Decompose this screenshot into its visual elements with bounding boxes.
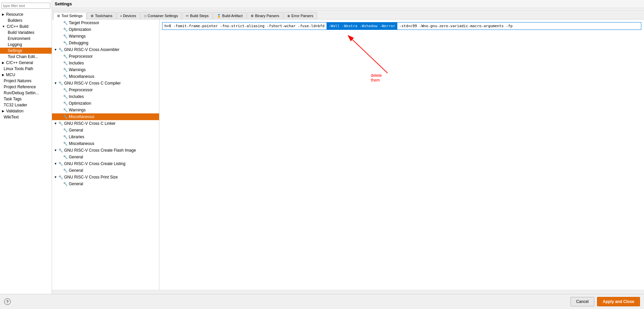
sidebar-item-logging[interactable]: Logging	[0, 42, 52, 48]
sidebar-item-resource[interactable]: ▶Resource	[0, 11, 52, 17]
sidebar-item-validation[interactable]: ▶Validation	[0, 108, 52, 114]
tree-item-gnu-c-compiler[interactable]: ▼🔧GNU RISC-V Cross C Compiler	[52, 80, 159, 87]
tree-item-miscellaneous-1[interactable]: 🔧Miscellaneous	[52, 73, 159, 80]
sidebar-item-task-tags[interactable]: Task Tags	[0, 96, 52, 102]
tree-item-general-3[interactable]: 🔧General	[52, 127, 159, 134]
tree-item-gnu-assembler[interactable]: ▼🔧GNU RISC-V Cross Assembler	[52, 46, 159, 53]
tree-item-optimization-2[interactable]: 🔧Optimization	[52, 100, 159, 107]
tree-item-gnu-c-linker[interactable]: ▼🔧GNU RISC-V Cross C Linker	[52, 120, 159, 127]
sidebar-item-cpp-general[interactable]: ▶C/C++ General	[0, 60, 52, 66]
tree-item-target-processor[interactable]: 🔧Target Processor	[52, 19, 159, 26]
sidebar-item-environment[interactable]: Environment	[0, 36, 52, 42]
tree-item-warnings-1[interactable]: 🔧Warnings	[52, 66, 159, 73]
bottom-bar: ? Cancel Apply and Close	[0, 294, 644, 309]
sidebar-item-wikitext[interactable]: WikiText	[0, 114, 52, 120]
horizontal-scrollbar[interactable]	[52, 290, 644, 294]
tree-item-gnu-print-size[interactable]: ▼🔧GNU RISC-V Cross Print Size	[52, 174, 159, 181]
help-button[interactable]: ?	[4, 298, 11, 305]
tree-item-includes-2[interactable]: 🔧Includes	[52, 93, 159, 100]
flags-before: h=0 -fomit-frame-pointer -fno-strict-ali…	[162, 22, 327, 30]
sidebar-item-tool-chain-edit[interactable]: Tool Chain Edit...	[0, 54, 52, 60]
tree-item-preprocessor-2[interactable]: 🔧Preprocessor	[52, 87, 159, 93]
sidebar-item-settings[interactable]: Settings	[0, 48, 52, 54]
tree-item-gnu-create-listing[interactable]: ▼🔧GNU RISC-V Cross Create Listing	[52, 160, 159, 167]
detail-panel: h=0 -fomit-frame-pointer -fno-strict-ali…	[159, 19, 644, 290]
tree-item-optimization[interactable]: 🔧Optimization	[52, 26, 159, 33]
sidebar-item-project-natures[interactable]: Project Natures	[0, 78, 52, 84]
tab-devices[interactable]: ▪Devices	[117, 12, 140, 19]
sidebar-item-tc32-loader[interactable]: TC32 Loader	[0, 102, 52, 108]
tab-toolchains[interactable]: ⚙Toolchains	[87, 12, 116, 19]
sidebar-item-builders[interactable]: Builders	[0, 17, 52, 23]
tab-build-artifact[interactable]: 🏅Build Artifact	[213, 12, 246, 19]
tree-item-debugging[interactable]: 🔧Debugging	[52, 40, 159, 46]
tree-item-general-6[interactable]: 🔧General	[52, 181, 159, 187]
tree-item-libraries-3[interactable]: 🔧Libraries	[52, 134, 159, 140]
tab-tool-settings[interactable]: ⚙Tool Settings	[53, 12, 86, 19]
tree-item-warnings-2[interactable]: 🔧Warnings	[52, 107, 159, 113]
apply-close-button[interactable]: Apply and Close	[597, 297, 640, 306]
tree-item-general-5[interactable]: 🔧General	[52, 167, 159, 174]
sidebar-filter-input[interactable]	[1, 3, 50, 9]
flags-input-row[interactable]: h=0 -fomit-frame-pointer -fno-strict-ali…	[162, 22, 641, 30]
tabs-bar: ⚙Tool Settings⚙Toolchains▪Devices□Contai…	[52, 11, 644, 19]
sidebar-item-mcu[interactable]: ▶MCU	[0, 72, 52, 78]
tree-panel: 🔧Target Processor🔧Optimization🔧Warnings🔧…	[52, 19, 159, 290]
sidebar-item-build-variables[interactable]: Build Variables	[0, 30, 52, 36]
tree-item-general-4[interactable]: 🔧General	[52, 154, 159, 160]
tab-error-parsers[interactable]: ⊗Error Parsers	[284, 12, 317, 19]
tab-build-steps[interactable]: ✂Build Steps	[182, 12, 212, 19]
tree-item-miscellaneous-3[interactable]: 🔧Miscellaneous	[52, 140, 159, 147]
sidebar-item-project-reference[interactable]: Project Reference	[0, 84, 52, 90]
flags-highlighted: -Wall -Wextra -Wshadow -Werror	[327, 22, 397, 30]
sidebar-item-cpp-build[interactable]: ▼C/C++ Build	[0, 23, 52, 30]
tab-container-settings[interactable]: □Container Settings	[141, 12, 182, 19]
cancel-button[interactable]: Cancel	[571, 297, 594, 306]
flags-after: -std=c99 -Wno-gnu-zero-variadic-macro-ar…	[397, 22, 515, 30]
tool-settings-layout: 🔧Target Processor🔧Optimization🔧Warnings🔧…	[52, 19, 644, 290]
sidebar-item-run-debug-settings[interactable]: Run/Debug Settin...	[0, 90, 52, 96]
tree-item-gnu-flash-image[interactable]: ▼🔧GNU RISC-V Cross Create Flash Image	[52, 147, 159, 154]
sidebar-item-linux-tools-path[interactable]: Linux Tools Path	[0, 66, 52, 72]
tree-item-miscellaneous-2[interactable]: 🔧Miscellaneous	[52, 113, 159, 120]
sidebar: ▶ResourceBuilders▼C/C++ BuildBuild Varia…	[0, 0, 52, 294]
tab-binary-parsers[interactable]: ⚙Binary Parsers	[247, 12, 283, 19]
detail-content: h=0 -fomit-frame-pointer -fno-strict-ali…	[159, 19, 644, 290]
page-title: Settings	[52, 0, 644, 8]
tree-item-warnings[interactable]: 🔧Warnings	[52, 33, 159, 40]
tree-item-includes-1[interactable]: 🔧Includes	[52, 60, 159, 66]
content-panel: Settings ⚙Tool Settings⚙Toolchains▪Devic…	[52, 0, 644, 294]
tree-item-preprocessor-1[interactable]: 🔧Preprocessor	[52, 53, 159, 60]
main-container: ▶ResourceBuilders▼C/C++ BuildBuild Varia…	[0, 0, 644, 294]
